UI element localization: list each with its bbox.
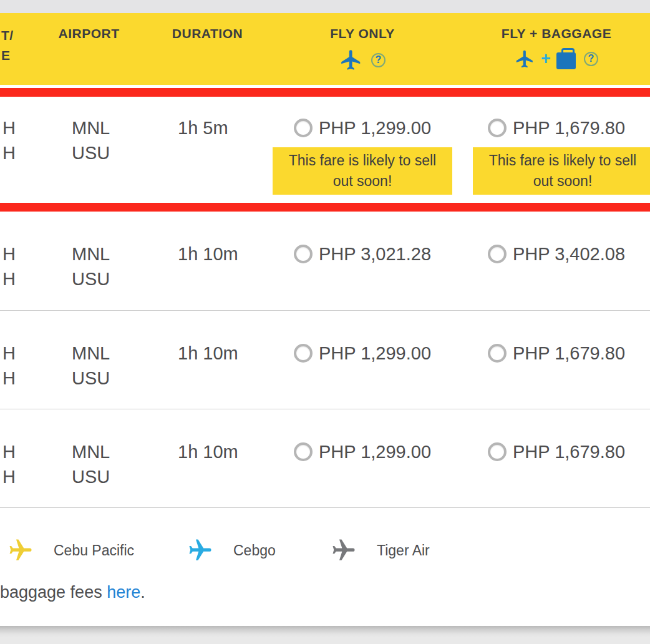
airline-plane-icon <box>331 537 357 564</box>
airport-cell: MNL USU <box>25 341 153 409</box>
sellout-warning-badge: This fare is likely to sell out soon! <box>273 147 452 195</box>
fly-only-fare-cell: PHP 1,299.00 <box>262 439 463 507</box>
airline-name: Cebu Pacific <box>54 542 134 559</box>
airport-cell: MNL USU <box>25 439 153 507</box>
destination-airport-code: USU <box>72 366 153 391</box>
fly-baggage-price: PHP 1,679.80 <box>513 118 625 139</box>
origin-airport-code: MNL <box>72 242 153 266</box>
fly-only-fare-cell: PHP 1,299.00 This fare is likely to sell… <box>262 115 463 203</box>
airline-legend-item: Tiger Air <box>331 537 430 564</box>
fly-baggage-radio-button[interactable] <box>488 245 507 263</box>
column-header-fly-baggage: FLY + BAGGAGE + ? <box>463 13 650 85</box>
depart-arrive-cell: H H <box>0 115 25 203</box>
fly-baggage-fare-option[interactable]: PHP 1,679.80 <box>488 439 625 464</box>
fly-only-price: PHP 1,299.00 <box>319 343 431 364</box>
baggage-suitcase-icon <box>556 52 576 69</box>
airline-name: Tiger Air <box>377 542 430 559</box>
airline-name: Cebgo <box>233 542 276 559</box>
origin-airport-code: MNL <box>72 439 153 464</box>
fly-baggage-fare-cell: PHP 3,402.08 <box>463 242 650 310</box>
origin-airport-code: MNL <box>72 341 153 366</box>
depart-time-fragment: H <box>2 341 25 366</box>
column-header-depart-arrive: T/ E <box>0 13 25 85</box>
fly-baggage-price: PHP 1,679.80 <box>513 442 625 462</box>
baggage-fees-period: . <box>140 583 145 602</box>
fly-only-price: PHP 3,021.28 <box>319 244 431 265</box>
fare-row: H H MNL USU 1h 5m PHP 1,299.00 This fare… <box>0 97 650 203</box>
airport-cell: MNL USU <box>25 115 153 203</box>
airplane-icon <box>339 48 363 72</box>
fly-only-fare-option[interactable]: PHP 1,299.00 <box>294 115 431 140</box>
fly-baggage-radio-button[interactable] <box>488 344 507 363</box>
fly-only-fare-option[interactable]: PHP 3,021.28 <box>294 242 431 266</box>
airplane-icon <box>515 49 535 69</box>
destination-airport-code: USU <box>72 140 153 165</box>
sellout-warning-badge: This fare is likely to sell out soon! <box>473 147 650 195</box>
fly-baggage-price: PHP 3,402.08 <box>513 244 625 265</box>
duration-value: 1h 5m <box>178 115 262 140</box>
fly-only-radio-button[interactable] <box>294 119 313 137</box>
arrive-time-fragment: H <box>2 266 25 291</box>
destination-airport-code: USU <box>72 464 153 489</box>
depart-time-fragment: H <box>2 115 25 140</box>
sale-highlight-bar <box>0 88 650 97</box>
fly-only-fare-cell: PHP 1,299.00 <box>262 341 463 409</box>
fly-only-price: PHP 1,299.00 <box>319 442 431 462</box>
duration-header-label: DURATION <box>153 13 262 41</box>
fly-baggage-radio-button[interactable] <box>488 119 507 137</box>
airport-cell: MNL USU <box>25 242 153 310</box>
duration-value: 1h 10m <box>178 242 262 266</box>
fly-only-header-label: FLY ONLY <box>262 13 463 41</box>
content-bottom-shadow <box>0 626 650 644</box>
fare-row: H H MNL USU 1h 10m PHP 3,021.28 PHP 3,40… <box>0 212 650 310</box>
duration-cell: 1h 10m <box>153 341 262 409</box>
arrive-time-fragment: H <box>2 366 25 391</box>
fare-table-header: T/ E AIRPORT DURATION FLY ONLY ? FLY + B… <box>0 13 650 85</box>
column-header-fly-only: FLY ONLY ? <box>262 13 463 85</box>
fly-only-help-icon[interactable]: ? <box>371 53 386 67</box>
page-background-strip <box>0 0 650 13</box>
depart-time-fragment: H <box>2 439 25 464</box>
fly-baggage-help-icon[interactable]: ? <box>584 52 598 66</box>
fly-baggage-fare-cell: PHP 1,679.80 <box>463 439 650 507</box>
airline-legend-item: Cebgo <box>187 537 331 564</box>
column-header-airport: AIRPORT <box>25 13 153 85</box>
fly-baggage-fare-option[interactable]: PHP 1,679.80 <box>488 115 625 140</box>
plus-icon: + <box>541 49 551 69</box>
baggage-fees-link[interactable]: here <box>107 583 140 602</box>
duration-cell: 1h 10m <box>153 242 262 310</box>
fly-baggage-header-label: FLY + BAGGAGE <box>463 13 650 41</box>
arrive-header-fragment: E <box>1 46 25 66</box>
fly-only-radio-button[interactable] <box>294 344 313 363</box>
depart-arrive-cell: H H <box>0 439 25 507</box>
fare-row: H H MNL USU 1h 10m PHP 1,299.00 PHP 1,67… <box>0 310 650 409</box>
origin-airport-code: MNL <box>72 115 153 140</box>
duration-value: 1h 10m <box>178 341 262 366</box>
fly-only-fare-cell: PHP 3,021.28 <box>262 242 463 310</box>
airline-legend-item: Cebu Pacific <box>7 537 187 564</box>
airline-plane-icon <box>7 537 34 564</box>
airline-legend-row: Cebu Pacific Cebgo Tiger Air <box>7 537 650 564</box>
destination-airport-code: USU <box>72 266 153 291</box>
flight-fare-results-screen: T/ E AIRPORT DURATION FLY ONLY ? FLY + B… <box>0 0 650 644</box>
depart-time-fragment: H <box>2 242 25 266</box>
fly-baggage-radio-button[interactable] <box>488 442 507 461</box>
fly-only-fare-option[interactable]: PHP 1,299.00 <box>294 439 431 464</box>
fare-rows-container: H H MNL USU 1h 5m PHP 1,299.00 This fare… <box>0 88 650 507</box>
sale-highlight-bar <box>0 203 650 212</box>
duration-value: 1h 10m <box>178 439 262 464</box>
fly-baggage-fare-option[interactable]: PHP 3,402.08 <box>488 242 625 266</box>
depart-arrive-cell: H H <box>0 341 25 409</box>
fly-only-radio-button[interactable] <box>294 442 313 461</box>
duration-cell: 1h 5m <box>153 115 262 203</box>
fly-only-radio-button[interactable] <box>294 245 313 263</box>
duration-cell: 1h 10m <box>153 439 262 507</box>
fly-baggage-fare-option[interactable]: PHP 1,679.80 <box>488 341 625 366</box>
fly-baggage-price: PHP 1,679.80 <box>513 343 625 364</box>
depart-header-fragment: T/ <box>1 26 25 46</box>
fly-only-fare-option[interactable]: PHP 1,299.00 <box>294 341 431 366</box>
fare-row: H H MNL USU 1h 10m PHP 1,299.00 PHP 1,67… <box>0 409 650 507</box>
airline-legend-section: Cebu Pacific Cebgo Tiger Air baggage fee… <box>0 507 650 602</box>
fly-baggage-fare-cell: PHP 1,679.80 <box>463 341 650 409</box>
fly-only-price: PHP 1,299.00 <box>319 118 431 139</box>
